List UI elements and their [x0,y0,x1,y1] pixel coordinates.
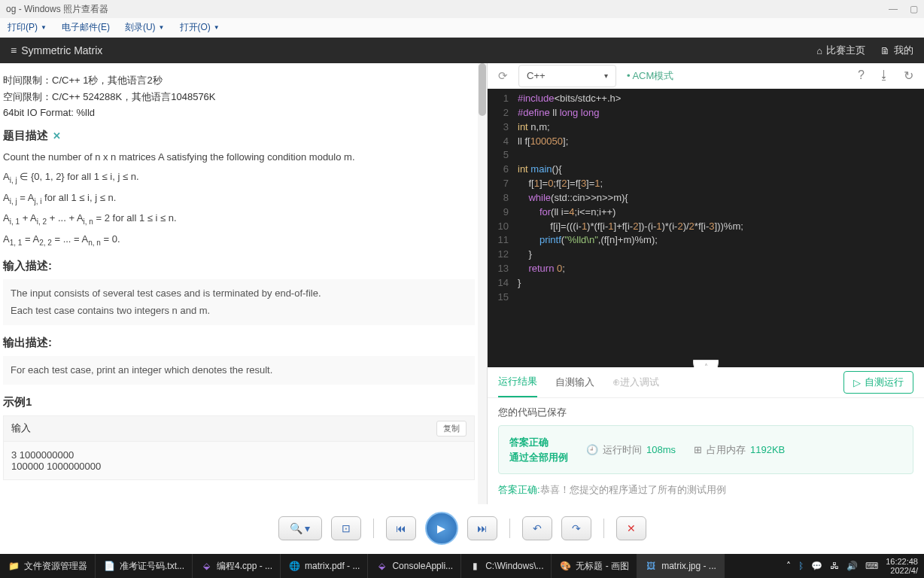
network-icon[interactable]: 🖧 [830,561,839,571]
section-input: 输入描述: [3,259,475,273]
clock-icon: 🕘 [586,444,598,455]
photo-viewer-menubar: 打印(P)▼ 电子邮件(E) 刻录(U)▼ 打开(O)▼ [0,18,924,38]
home-icon: ⌂ [816,45,822,56]
input-label: 输入 [11,421,31,435]
task-vs1[interactable]: ⬙编程4.cpp - ... [193,554,281,578]
section-example: 示例1 [3,395,475,409]
code-editor[interactable]: 1#include<bits/stdc++.h> 2#define ll lon… [488,89,924,367]
action-center-icon[interactable]: 💬 [811,561,822,571]
tab-run-result[interactable]: 运行结果 [498,367,537,397]
download-icon[interactable]: ⭳ [878,68,890,83]
collapse-handle[interactable]: ˄ [693,360,719,367]
tray-clock[interactable]: 16:22:48 2022/4/ [886,557,918,575]
help-icon[interactable]: ? [858,68,865,83]
example-input-body: 3 1000000000 100000 1000000000 [3,442,475,480]
menu-burn[interactable]: 刻录(U)▼ [125,21,165,34]
zoom-button[interactable]: 🔍 ▾ [278,516,322,540]
task-cmd[interactable]: ▮C:\Windows\... [461,554,552,578]
nav-profile[interactable]: 🗎我的 [880,44,913,57]
photo-viewer-controls: 🔍 ▾ ⊡ ⏮ ▶ ⏭ ↶ ↷ ✕ [0,512,924,545]
window-title: og - Windows 照片查看器 [6,3,108,16]
menu-open[interactable]: 打开(O)▼ [180,21,220,34]
rotate-cw-button[interactable]: ↷ [561,516,591,540]
example-input-header: 输入 复制 [3,415,475,442]
volume-icon[interactable]: 🔊 [846,561,858,571]
result-note: 答案正确:恭喜！您提交的程序通过了所有的测试用例 [498,483,913,497]
editor-toolbar: ⟳ C++▾ • ACM模式 ? ⭳ ↻ [488,63,924,89]
acm-mode-label: • ACM模式 [627,69,673,83]
list-icon: ≡ [11,44,17,56]
reload-icon[interactable]: ⟳ [498,69,508,83]
expand-icon[interactable]: ✕ [53,130,61,141]
memory-meta: ⊞ 占用内存 1192KB [694,443,785,457]
nav-home[interactable]: ⌂比赛主页 [816,44,865,57]
editor-panel: ⟳ C++▾ • ACM模式 ? ⭳ ↻ 1#include<bits/stdc… [488,63,924,504]
play-icon: ▷ [853,377,861,388]
next-button[interactable]: ⏭ [467,516,497,540]
section-description: 题目描述 ✕ [3,129,475,143]
prev-button[interactable]: ⏮ [386,516,416,540]
verdict-card: 答案正确 通过全部用例 🕘 运行时间 108ms ⊞ 占用内存 1192KB [498,425,913,474]
file-icon: 🗎 [880,45,890,56]
chevron-down-icon: ▾ [604,71,608,80]
window-titlebar: og - Windows 照片查看器 — ▢ [0,0,924,18]
output-description: For each test case, print an integer whi… [3,356,475,385]
verdict-text: 答案正确 通过全部用例 [509,435,568,464]
time-limit: 时间限制：C/C++ 1秒，其他语言2秒 [3,74,475,87]
minimize-icon[interactable]: — [889,4,898,14]
condition-4: A1, 1 = A2, 2 = ... = An, n = 0. [3,231,475,249]
ime-icon[interactable]: ⌨ [865,561,878,571]
problem-panel: 时间限制：C/C++ 1秒，其他语言2秒 空间限制：C/C++ 524288K，… [0,63,488,504]
result-tabs: 运行结果 自测输入 ⊕进入调试 ▷ 自测运行 [488,367,924,398]
tray-up-icon[interactable]: ˄ [786,561,791,571]
tab-debug[interactable]: ⊕进入调试 [612,368,659,397]
saved-message: 您的代码已保存 [498,406,913,419]
chip-icon: ⊞ [694,444,702,455]
section-output: 输出描述: [3,336,475,350]
selftest-button[interactable]: ▷ 自测运行 [843,371,913,394]
condition-1: Ai, j ∈ {0, 1, 2} for all 1 ≤ i, j ≤ n. [3,169,475,187]
rotate-ccw-button[interactable]: ↶ [522,516,552,540]
input-description: The input consists of several test cases… [3,279,475,324]
task-paint[interactable]: 🎨无标题 - 画图 [552,554,637,578]
condition-2: Ai, j = Aj, i for all 1 ≤ i, j ≤ n. [3,190,475,208]
mem-limit: 空间限制：C/C++ 524288K，其他语言1048576K [3,90,475,104]
fit-button[interactable]: ⊡ [331,516,361,540]
problem-description: Count the number of n x n matrices A sat… [3,149,475,166]
io-format: 64bit IO Format: %lld [3,107,475,118]
task-photos[interactable]: 🖼matrix.jpg - ... [637,554,725,578]
task-explorer[interactable]: 📁文件资源管理器 [0,554,96,578]
tab-self-input[interactable]: 自测输入 [555,368,594,397]
task-notepad[interactable]: 📄准考证号码.txt... [96,554,193,578]
language-select[interactable]: C++▾ [518,65,616,87]
task-vs2[interactable]: ⬙ConsoleAppli... [368,554,461,578]
menu-email[interactable]: 电子邮件(E) [62,21,110,34]
task-chrome[interactable]: 🌐matrix.pdf - ... [281,554,368,578]
condition-3: Ai, 1 + Ai, 2 + ... + Ai, n = 2 for all … [3,210,475,228]
main-split: 时间限制：C/C++ 1秒，其他语言2秒 空间限制：C/C++ 524288K，… [0,63,924,504]
runtime-meta: 🕘 运行时间 108ms [586,443,676,457]
app-header: ≡ Symmetric Matrix ⌂比赛主页 🗎我的 [0,38,924,63]
copy-button[interactable]: 复制 [436,421,467,437]
maximize-icon[interactable]: ▢ [910,4,918,14]
taskbar: 📁文件资源管理器 📄准考证号码.txt... ⬙编程4.cpp - ... 🌐m… [0,554,924,578]
refresh-icon[interactable]: ↻ [904,68,913,83]
menu-print[interactable]: 打印(P)▼ [8,21,47,34]
slideshow-button[interactable]: ▶ [425,512,458,545]
scrollbar[interactable] [478,63,487,504]
system-tray[interactable]: ˄ ᛒ 💬 🖧 🔊 ⌨ 16:22:48 2022/4/ [780,557,924,575]
problem-title: Symmetric Matrix [21,44,102,56]
delete-button[interactable]: ✕ [616,516,646,540]
bluetooth-icon[interactable]: ᛒ [798,561,804,571]
result-body: 您的代码已保存 答案正确 通过全部用例 🕘 运行时间 108ms ⊞ 占用内存 … [488,398,924,504]
